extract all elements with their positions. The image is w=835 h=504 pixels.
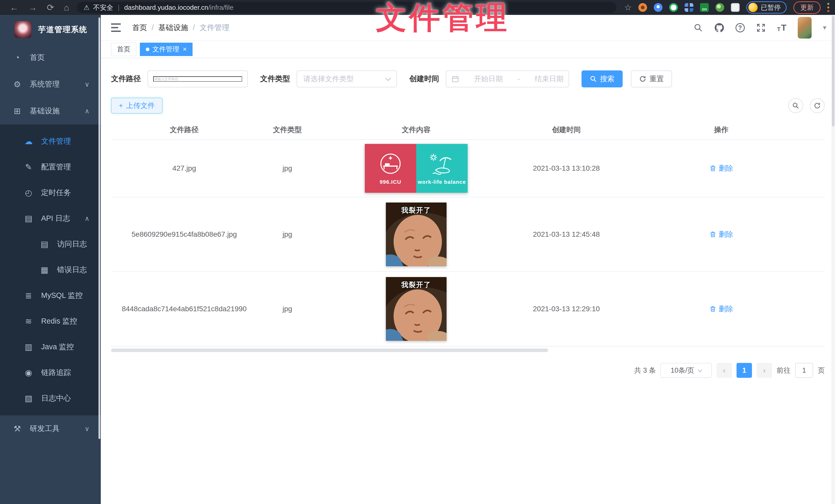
breadcrumb-infra[interactable]: 基础设施 <box>158 23 188 33</box>
page-scrollbar[interactable] <box>831 15 835 504</box>
extension-gear-icon[interactable] <box>638 3 647 12</box>
page-number-button[interactable]: 1 <box>736 363 752 378</box>
extension-green-icon[interactable] <box>669 3 678 12</box>
cell-file-path: 427.jpg <box>111 164 257 172</box>
browser-home-icon[interactable]: ⌂ <box>64 0 69 15</box>
prev-page-button[interactable]: ‹ <box>716 363 732 378</box>
browser-reload-icon[interactable]: ⟳ <box>47 0 54 15</box>
table-row: 8448cada8c714e4ab61f521c8da21990 jpg <box>111 272 825 346</box>
table-row: 5e8609290e915c4fa8b08e67.jpg jpg <box>111 197 825 272</box>
file-path-field[interactable] <box>147 70 248 87</box>
breadcrumb-separator: / <box>193 23 195 32</box>
sidebar-item-java-monitor[interactable]: ▥ Java 监控 <box>0 334 101 360</box>
trash-icon <box>709 305 716 313</box>
tab-file-management[interactable]: 文件管理 × <box>140 43 192 56</box>
sidebar-item-scheduled-jobs[interactable]: ◴ 定时任务 <box>0 180 101 206</box>
cell-file-type: jpg <box>257 230 317 238</box>
sidebar-item-label: 配置管理 <box>41 162 71 172</box>
filter-form: 文件路径 文件类型 请选择文件类型 创建时间 开始日期 - 结束日期 搜索 重置 <box>111 70 825 87</box>
search-icon[interactable] <box>693 23 703 33</box>
security-warning-icon[interactable]: ⚠ <box>84 4 89 12</box>
file-path-input[interactable] <box>153 76 242 82</box>
user-avatar[interactable] <box>798 17 812 39</box>
eye-icon: ◉ <box>23 368 35 378</box>
delete-button[interactable]: 删除 <box>709 164 733 173</box>
date-range-picker[interactable]: 开始日期 - 结束日期 <box>446 70 569 87</box>
sidebar-item-label: 访问日志 <box>57 239 87 249</box>
browser-menu-dots-icon[interactable] <box>827 3 829 12</box>
update-button[interactable]: 更新 <box>793 1 821 14</box>
table-tools <box>788 98 825 113</box>
bookmark-star-icon[interactable]: ☆ <box>624 3 632 12</box>
database-icon: ≣ <box>23 291 35 300</box>
sidebar-item-api-log[interactable]: ▤ API 日志 ∧ <box>0 206 101 231</box>
sidebar-item-dev-tools[interactable]: ⚒ 研发工具 ∨ <box>0 415 101 442</box>
address-bar[interactable]: ⚠ 不安全 | dashboard.yudao.iocoder.cn/infra… <box>77 2 616 13</box>
sidebar-item-label: API 日志 <box>41 213 70 224</box>
next-page-button[interactable]: › <box>757 363 772 378</box>
breadcrumb-home[interactable]: 首页 <box>132 23 147 33</box>
sidebar-item-infra[interactable]: ⊞ 基础设施 ∧ <box>0 98 101 124</box>
browser-back-icon[interactable]: ← <box>10 0 19 15</box>
plus-icon: + <box>119 102 123 110</box>
fullscreen-icon[interactable] <box>756 23 766 33</box>
sidebar-item-file-management[interactable]: ☁ 文件管理 <box>0 128 101 154</box>
search-button[interactable]: 搜索 <box>582 70 623 87</box>
sidebar-item-error-log[interactable]: ▦ 错误日志 <box>0 257 101 283</box>
sidebar-item-log-center[interactable]: ▧ 日志中心 <box>0 385 101 411</box>
sidebar-item-redis-monitor[interactable]: ≋ Redis 监控 <box>0 309 101 334</box>
tab-label: 首页 <box>117 45 130 54</box>
delete-button[interactable]: 删除 <box>709 230 733 239</box>
extension-leaf-icon[interactable] <box>715 3 724 12</box>
page-scrollbar-thumb[interactable] <box>832 16 834 126</box>
caret-down-icon[interactable]: ▾ <box>823 24 826 31</box>
refresh-table-button[interactable] <box>810 98 825 113</box>
extension-pin-icon[interactable] <box>654 3 663 12</box>
cell-file-content: 我裂开了 <box>317 203 515 266</box>
cell-file-type: jpg <box>257 305 317 313</box>
file-preview-crying-baby[interactable]: 我裂开了 <box>386 277 447 341</box>
sidebar-item-tracing[interactable]: ◉ 链路追踪 <box>0 360 101 385</box>
sidebar-item-mysql-monitor[interactable]: ≣ MySQL 监控 <box>0 283 101 309</box>
extensions-puzzle-icon[interactable] <box>731 3 740 12</box>
chevron-down-icon <box>698 368 702 372</box>
file-type-label: 文件类型 <box>260 74 290 84</box>
sidebar-item-config[interactable]: ✎ 配置管理 <box>0 154 101 180</box>
toggle-search-button[interactable] <box>788 98 803 113</box>
file-preview-crying-baby[interactable]: 我裂开了 <box>386 203 447 266</box>
table-horizontal-scrollbar[interactable] <box>111 349 548 352</box>
browser-forward-icon[interactable]: → <box>28 0 37 15</box>
sidebar-collapse-icon[interactable] <box>111 23 121 32</box>
tab-home[interactable]: 首页 <box>111 43 136 56</box>
sidebar-item-system[interactable]: ⚙ 系统管理 ∨ <box>0 71 101 98</box>
sidebar-scrollbar[interactable] <box>99 18 100 439</box>
font-size-icon[interactable]: TT <box>777 23 787 33</box>
goto-page-input[interactable] <box>795 363 813 378</box>
sidebar: 芋道管理系统 ◔ 首页 ⚙ 系统管理 ∨ ⊞ 基础设施 ∧ ☁ 文件管理 ✎ 配… <box>0 15 101 504</box>
996icu-left-panel: 996.ICU <box>365 144 416 193</box>
cell-created: 2021-03-13 12:29:10 <box>515 305 618 313</box>
profile-paused-badge[interactable]: 已暂停 <box>746 1 787 14</box>
sidebar-item-label: 文件管理 <box>41 136 71 147</box>
app-logo-row[interactable]: 芋道管理系统 <box>0 15 101 44</box>
extension-on-icon[interactable]: on <box>700 3 709 12</box>
worklife-right-panel: work-life balance <box>416 144 468 193</box>
file-type-select[interactable]: 请选择文件类型 <box>297 70 397 87</box>
help-icon[interactable]: ? <box>735 23 745 33</box>
extension-grid-icon[interactable] <box>685 3 693 12</box>
github-icon[interactable] <box>714 23 724 33</box>
sidebar-item-home[interactable]: ◔ 首页 <box>0 44 101 71</box>
delete-button[interactable]: 删除 <box>709 304 733 314</box>
col-file-path: 文件路径 <box>111 125 257 135</box>
sidebar-item-label: MySQL 监控 <box>41 290 83 301</box>
sidebar-item-access-log[interactable]: ▤ 访问日志 <box>0 231 101 257</box>
cell-created: 2021-03-13 12:45:48 <box>515 230 618 238</box>
file-preview-996icu[interactable]: 996.ICU work-life balance <box>365 144 468 193</box>
cell-file-path: 8448cada8c714e4ab61f521c8da21990 <box>111 305 257 313</box>
tags-view-bar: 首页 文件管理 × <box>101 41 835 58</box>
upload-file-button[interactable]: + 上传文件 <box>111 98 162 113</box>
reset-button[interactable]: 重置 <box>631 70 672 87</box>
page-size-select[interactable]: 10条/页 <box>660 363 712 378</box>
close-icon[interactable]: × <box>183 45 187 53</box>
pagination: 共 3 条 10条/页 ‹ 1 › 前往 页 <box>111 363 825 378</box>
